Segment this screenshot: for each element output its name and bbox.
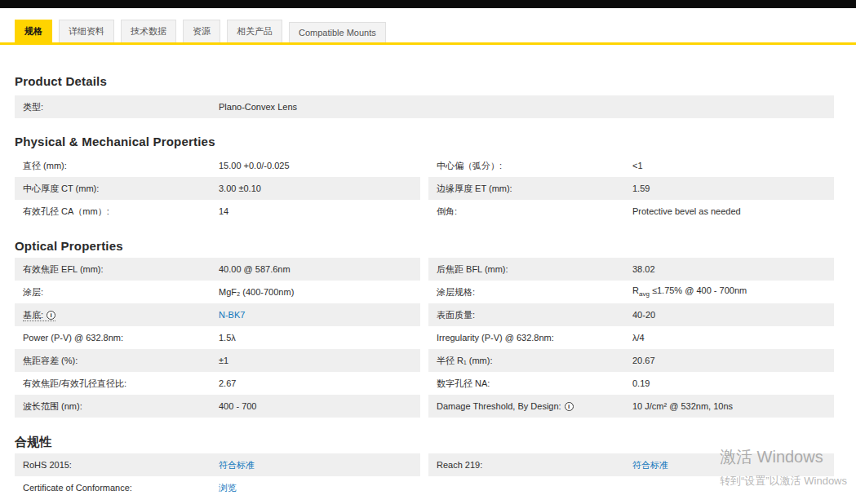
table-row: Damage Threshold, By Design:i 10 J/cm² @… <box>428 395 834 418</box>
spec-label: Certificate of Conformance: <box>15 483 219 493</box>
top-bar <box>0 0 856 8</box>
table-row: 数字孔径 NA: 0.19 <box>428 372 834 395</box>
spec-value: Protective bevel as needed <box>632 206 834 216</box>
info-icon[interactable]: i <box>565 402 574 411</box>
table-row: 中心厚度 CT (mm): 3.00 ±0.10 <box>15 177 420 200</box>
tab-resources[interactable]: 资源 <box>183 20 220 42</box>
spec-label: 倒角: <box>428 206 632 218</box>
spec-label: Irregularity (P-V) @ 632.8nm: <box>428 333 632 343</box>
table-row: 有效焦距/有效孔径直径比: 2.67 <box>15 372 420 395</box>
product-details-table: 类型: Plano-Convex Lens <box>15 95 834 118</box>
optical-table-right: 后焦距 BFL (mm): 38.02 涂层规格: Ravg ≤1.75% @ … <box>428 258 834 418</box>
value-prefix: R <box>632 285 639 295</box>
substrate-link[interactable]: N-BK7 <box>219 310 245 320</box>
section-heading-compliance: 合规性 <box>15 435 834 448</box>
table-row: 基底:i N-BK7 <box>15 303 420 326</box>
table-row: 焦距容差 (%): ±1 <box>15 349 420 372</box>
spec-label: 波长范围 (nm): <box>15 400 219 413</box>
tab-compatible-mounts[interactable]: Compatible Mounts <box>289 22 386 42</box>
physical-table: 直径 (mm): 15.00 +0.0/-0.025 中心厚度 CT (mm):… <box>15 154 834 223</box>
section-heading-physical: Physical & Mechanical Properties <box>15 135 834 148</box>
spec-value: 3.00 ±0.10 <box>219 183 420 193</box>
table-row: Reach 219: 符合标准 <box>428 453 834 476</box>
tab-specs[interactable]: 规格 <box>15 20 52 42</box>
table-row: RoHS 2015: 符合标准 <box>15 453 420 476</box>
spec-value: 符合标准 <box>219 459 420 471</box>
table-row: 类型: Plano-Convex Lens <box>15 95 834 118</box>
value-subscript: avg <box>639 291 650 298</box>
tab-bar: 规格 详细资料 技术数据 资源 相关产品 Compatible Mounts <box>0 8 856 45</box>
compliance-table-right: Reach 219: 符合标准 <box>428 453 834 499</box>
spec-value: 浏览 <box>219 482 420 494</box>
spec-label: 有效焦距 EFL (mm): <box>15 263 219 276</box>
table-row: Certificate of Conformance: 浏览 <box>15 476 420 499</box>
spec-content: Product Details 类型: Plano-Convex Lens Ph… <box>0 75 856 499</box>
table-row: 直径 (mm): 15.00 +0.0/-0.025 <box>15 154 420 177</box>
spec-value: <1 <box>632 161 834 170</box>
spec-value: Plano-Convex Lens <box>219 102 834 112</box>
table-row: 边缘厚度 ET (mm): 1.59 <box>428 177 834 200</box>
spec-value: 400 - 700 <box>219 401 420 411</box>
table-row: Irregularity (P-V) @ 632.8nm: λ/4 <box>428 326 834 349</box>
spec-label-substrate: 基底:i <box>15 309 219 321</box>
spec-value: 14 <box>219 206 420 216</box>
spec-label: 涂层规格: <box>428 286 632 298</box>
physical-table-right: 中心偏（弧分）: <1 边缘厚度 ET (mm): 1.59 倒角: Prote… <box>428 154 834 223</box>
spec-value: MgF₂ (400-700nm) <box>219 287 420 297</box>
tab-technical-data[interactable]: 技术数据 <box>121 20 176 42</box>
table-row: 表面质量: 40-20 <box>428 303 834 326</box>
table-row: 中心偏（弧分）: <1 <box>428 154 834 177</box>
table-row: Power (P-V) @ 632.8nm: 1.5λ <box>15 326 420 349</box>
value-suffix: ≤1.75% @ 400 - 700nm <box>650 285 747 295</box>
table-row: 波长范围 (nm): 400 - 700 <box>15 395 420 418</box>
spec-label: 中心厚度 CT (mm): <box>15 183 219 195</box>
spec-value: 符合标准 <box>632 459 834 471</box>
spec-value: 1.59 <box>632 183 834 193</box>
tab-details[interactable]: 详细资料 <box>59 20 114 42</box>
spec-value: 40.00 @ 587.6nm <box>219 264 420 274</box>
spec-label: 表面质量: <box>428 309 632 321</box>
spec-value-coating: Ravg ≤1.75% @ 400 - 700nm <box>632 285 834 298</box>
info-icon[interactable]: i <box>47 311 55 320</box>
tab-related-products[interactable]: 相关产品 <box>227 20 282 42</box>
optical-table: 有效焦距 EFL (mm): 40.00 @ 587.6nm 涂层: MgF₂ … <box>15 258 834 418</box>
spec-value: 0.19 <box>632 378 834 388</box>
spec-label-damage-threshold: Damage Threshold, By Design:i <box>428 401 632 411</box>
table-row: 半径 R₁ (mm): 20.67 <box>428 349 834 372</box>
spec-label: 类型: <box>15 101 219 113</box>
spec-label-text: 基底: <box>23 310 43 320</box>
spec-value: 40-20 <box>632 310 834 320</box>
spec-label: Reach 219: <box>428 460 632 470</box>
table-row: 有效孔径 CA（mm）: 14 <box>15 200 420 223</box>
spec-label: 后焦距 BFL (mm): <box>428 263 632 276</box>
spec-label: 直径 (mm): <box>15 160 219 172</box>
spec-label: RoHS 2015: <box>15 460 219 470</box>
spec-label: Power (P-V) @ 632.8nm: <box>15 333 219 343</box>
table-row: 涂层: MgF₂ (400-700nm) <box>15 281 420 303</box>
spec-value: ±1 <box>219 356 420 365</box>
compliance-table: RoHS 2015: 符合标准 Certificate of Conforman… <box>15 453 834 499</box>
spec-value: 1.5λ <box>219 333 420 343</box>
spec-value: 10 J/cm² @ 532nm, 10ns <box>632 401 834 411</box>
spec-label: 有效焦距/有效孔径直径比: <box>15 378 219 390</box>
spec-label: 半径 R₁ (mm): <box>428 355 632 367</box>
spec-value: N-BK7 <box>219 310 420 320</box>
section-heading-optical: Optical Properties <box>15 240 834 252</box>
spec-value: λ/4 <box>632 333 834 343</box>
spec-value: 38.02 <box>632 264 834 274</box>
table-row: 有效焦距 EFL (mm): 40.00 @ 587.6nm <box>15 258 420 281</box>
table-row: 倒角: Protective bevel as needed <box>428 200 834 223</box>
spec-label-text: Damage Threshold, By Design: <box>437 401 561 411</box>
section-heading-product-details: Product Details <box>15 75 834 87</box>
spec-label: 中心偏（弧分）: <box>428 160 632 172</box>
spec-value: 2.67 <box>219 378 420 388</box>
rohs-compliant-link[interactable]: 符合标准 <box>219 460 255 470</box>
reach-compliant-link[interactable]: 符合标准 <box>632 460 668 470</box>
certificate-view-link[interactable]: 浏览 <box>219 483 237 493</box>
spec-value: 15.00 +0.0/-0.025 <box>219 161 420 170</box>
spec-label: 有效孔径 CA（mm）: <box>15 206 219 218</box>
spec-label: 数字孔径 NA: <box>428 378 632 390</box>
spec-label: 边缘厚度 ET (mm): <box>428 183 632 195</box>
table-row: 后焦距 BFL (mm): 38.02 <box>428 258 834 281</box>
compliance-table-left: RoHS 2015: 符合标准 Certificate of Conforman… <box>15 453 420 499</box>
